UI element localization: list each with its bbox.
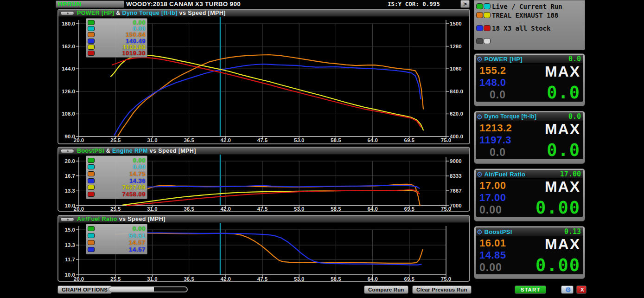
gauge-run1-value: 1213.2 — [479, 122, 528, 134]
series-cursor-value: 1019.30 — [95, 50, 146, 57]
gauge-run2-value: 17.00 — [479, 192, 528, 204]
correction-readout: IS:Y COR: 0.995 — [388, 0, 440, 7]
chart-legend-row: 14.57 — [88, 246, 146, 253]
settings-gear-button[interactable]: ⚙ — [561, 285, 574, 294]
series-color-swatch — [88, 164, 95, 169]
svg-text:31.0: 31.0 — [147, 206, 157, 212]
svg-text:620.0: 620.0 — [450, 111, 463, 117]
gauge-run1-value: 16.01 — [479, 237, 528, 249]
svg-text:75.0: 75.0 — [441, 276, 451, 282]
chart-plot-area[interactable]: 20.016.713.310.0900083337667700020.025.5… — [58, 155, 469, 212]
series-cursor-value: 14.57 — [95, 246, 146, 253]
chart-title-segment: POWER [HP] — [77, 10, 114, 16]
chart-title-segment: vs Speed [MPH] — [117, 216, 166, 222]
gauge-live-value: 17.00 — [560, 170, 581, 178]
run-color-swatch — [484, 38, 491, 44]
gauge-run2-value: 1197.3 — [479, 134, 528, 146]
svg-text:42.0: 42.0 — [221, 137, 231, 143]
svg-text:36.5: 36.5 — [184, 206, 194, 212]
close-button[interactable]: X — [576, 285, 587, 294]
gauge-header: ⚙ POWER [HP] 0.0 — [476, 55, 583, 64]
svg-text:47.5: 47.5 — [257, 137, 268, 143]
chart-panel-titlebar: POWER [HP] & Dyno Torque [ft-lb] vs Spee… — [58, 10, 469, 17]
series-color-swatch — [88, 26, 95, 31]
chart-plot-area[interactable]: 15.013.311.710.020.025.531.036.542.047.5… — [58, 223, 469, 282]
svg-text:58.5: 58.5 — [331, 137, 341, 143]
series-torque-current-run — [111, 55, 423, 130]
compare-run-button[interactable]: Compare Run — [364, 285, 408, 294]
run-title: WOODY:2018 CANAM X3 TURBO 900 — [126, 0, 241, 7]
svg-text:144.0: 144.0 — [62, 66, 75, 71]
expand-panel-button[interactable]: > — [460, 0, 470, 8]
chart-legend-row: 150.84 — [88, 32, 146, 38]
series-color-swatch — [88, 32, 95, 37]
svg-text:1500: 1500 — [450, 21, 462, 26]
series-cursor-value: 14.75 — [95, 170, 146, 177]
svg-text:58.5: 58.5 — [331, 276, 341, 282]
run-legend-row: Live / Current Run — [476, 2, 585, 11]
series-color-swatch — [88, 39, 95, 44]
chart-title-segment: & — [114, 10, 122, 16]
chart-plot-area[interactable]: 180.0162.0144.0126.0108.090.015001280106… — [58, 17, 469, 144]
svg-text:108.0: 108.0 — [62, 111, 75, 117]
gear-icon[interactable]: ⚙ — [477, 171, 483, 178]
gauge-afr: ⚙ Air/Fuel Ratio 17.00 17.00 17.00 0.00 … — [474, 168, 585, 221]
graph-options-button[interactable]: GRAPH OPTIONS — [57, 285, 112, 294]
clear-previous-run-button[interactable]: Clear Previous Run — [412, 285, 472, 294]
start-button[interactable]: START — [515, 285, 546, 294]
svg-text:840.0: 840.0 — [450, 89, 463, 94]
series-color-swatch — [88, 226, 95, 231]
svg-text:15.0: 15.0 — [65, 227, 75, 233]
chart-title-segment: vs Speed [MPH] — [148, 148, 196, 154]
chart-legend-row: 7627.09 — [88, 184, 146, 191]
series-cursor-value: 0.00 — [95, 225, 146, 232]
svg-text:58.5: 58.5 — [331, 206, 341, 212]
gauge-max-label: MAX — [545, 122, 580, 136]
series-rpm-previous-run — [127, 190, 420, 206]
series-power-current-run — [118, 55, 424, 136]
svg-text:8333: 8333 — [450, 173, 462, 179]
gear-icon[interactable]: ⚙ — [477, 56, 483, 63]
gauge-run2-value: 148.0 — [479, 77, 528, 89]
run-legend-row: TREAL EXHAUST 188 — [476, 11, 585, 19]
series-color-swatch — [88, 158, 95, 163]
svg-text:20.0: 20.0 — [65, 158, 75, 164]
run-color-swatch — [476, 3, 483, 9]
svg-text:25.5: 25.5 — [110, 276, 121, 282]
series-torque-previous-run — [112, 58, 421, 127]
series-afr-current-run — [115, 233, 422, 263]
gauge-header: ⚙ Air/Fuel Ratio 17.00 — [476, 170, 583, 179]
gauge-header: ⚙ BoostPSI 0.13 — [476, 227, 583, 236]
gauge-torque: ⚙ Dyno Torque [ft-lb] 0.0 1213.2 1197.3 … — [474, 111, 585, 164]
svg-text:20.0: 20.0 — [74, 206, 84, 212]
gauge-max-value: 0.0 — [547, 84, 580, 101]
svg-text:13.3: 13.3 — [65, 242, 75, 248]
panel-collapse-button[interactable] — [60, 217, 74, 221]
run-legend-row: 18 X3 all Stock — [476, 24, 585, 32]
svg-text:7000: 7000 — [450, 203, 462, 208]
svg-text:31.0: 31.0 — [147, 276, 157, 282]
svg-text:1060: 1060 — [450, 66, 462, 71]
chart-legend-row: 0.00 — [88, 19, 146, 26]
svg-text:20.0: 20.0 — [74, 276, 84, 282]
svg-text:53.0: 53.0 — [294, 276, 304, 282]
series-cursor-value: 7627.09 — [95, 184, 146, 191]
svg-text:25.5: 25.5 — [110, 206, 121, 212]
gear-icon[interactable]: ⚙ — [477, 113, 483, 120]
chart-legend-row: 0.00 — [88, 157, 146, 164]
panel-collapse-button[interactable] — [60, 11, 74, 15]
svg-text:31.0: 31.0 — [147, 137, 157, 143]
gauge-max-label: MAX — [545, 237, 580, 251]
run-legend-label: 18 X3 all Stock — [492, 25, 550, 32]
panel-collapse-button[interactable] — [60, 149, 74, 153]
series-color-swatch — [88, 233, 95, 238]
svg-text:11.7: 11.7 — [65, 257, 75, 262]
run-color-swatch — [484, 25, 491, 31]
run-color-swatch — [476, 38, 483, 44]
svg-text:1280: 1280 — [450, 44, 462, 49]
run-color-swatch — [484, 3, 491, 9]
svg-text:126.0: 126.0 — [62, 89, 75, 94]
gear-icon[interactable]: ⚙ — [477, 228, 483, 235]
chart-legend-row: 14.75 — [88, 170, 146, 177]
svg-text:180.0: 180.0 — [62, 21, 75, 26]
